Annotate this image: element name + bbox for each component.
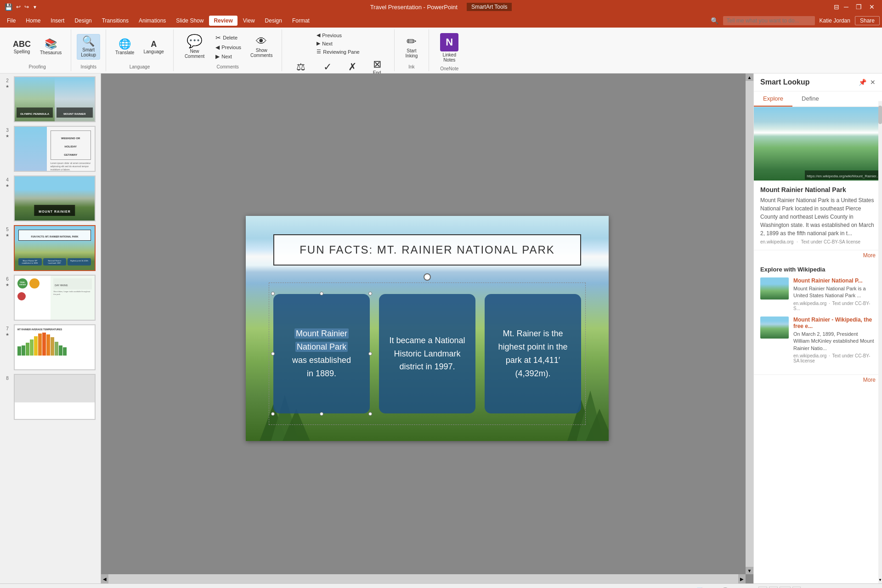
sl-wiki-item-source-1: en.wikipedia.org · Text under CC-BY-S... (793, 301, 876, 311)
thumb-img-6[interactable]: TRAILVISTAS DAY HIKING Short hikes, long… (14, 275, 96, 321)
sl-pin-icon[interactable]: 📌 (859, 79, 866, 86)
scroll-left-btn[interactable]: ◀ (101, 574, 108, 583)
menu-view[interactable]: View (238, 16, 260, 26)
menu-slideshow[interactable]: Slide Show (171, 16, 208, 26)
thumb-img-8[interactable] (14, 374, 96, 420)
sl-wiki-info-1: Mount Rainier National P... Mount Rainie… (793, 277, 876, 311)
sl-result-text: Mount Rainier National Park is a United … (760, 196, 876, 237)
rotate-handle[interactable] (424, 273, 431, 281)
vertical-scrollbar[interactable]: ▲ ▼ (746, 74, 753, 574)
handle-tm (320, 292, 323, 295)
translate-btn[interactable]: 🌐 Translate (112, 37, 138, 57)
menu-animations[interactable]: Animations (134, 16, 170, 26)
user-account[interactable]: Katie Jordan (820, 17, 850, 24)
sl-more-btn-1[interactable]: More (754, 250, 882, 260)
slide-panel[interactable]: 2 ★ OLYMPIC PENINSULA MOUNT RAINIER (0, 74, 101, 583)
next-comment-btn[interactable]: ▶ Next (212, 52, 245, 61)
handle-tr (368, 292, 372, 295)
content-area[interactable]: ▲ ▼ ◀ ▶ (101, 74, 753, 583)
smartart-container[interactable]: Mount Rainier National Park was establis… (273, 289, 581, 418)
thumb-img-4[interactable]: MOUNT RAINIER (14, 175, 96, 221)
sl-wiki-item-title-2[interactable]: Mount Rainier - Wikipedia, the free e... (793, 317, 876, 329)
sl-more-btn-2[interactable]: More (754, 375, 882, 385)
menu-design[interactable]: Design (70, 16, 96, 26)
slide-background: FUN FACTS: MT. RAINIER NATIONAL PARK (246, 216, 609, 441)
card-1[interactable]: Mount Rainier National Park was establis… (273, 294, 370, 413)
share-btn[interactable]: Share (855, 16, 880, 25)
card-3[interactable]: Mt. Rainer is the highest point in the p… (485, 294, 581, 413)
scroll-right-btn[interactable]: ▶ (738, 574, 746, 583)
menu-insert[interactable]: Insert (46, 16, 69, 26)
language-btn[interactable]: A Language (140, 38, 168, 56)
collapse-ribbon-btn[interactable]: ⊟ (834, 3, 839, 11)
sl-tab-explore[interactable]: Explore (754, 91, 792, 107)
linked-notes-btn[interactable]: N LinkedNotes (435, 31, 464, 64)
sl-wiki-item-2[interactable]: Mount Rainier - Wikipedia, the free e...… (760, 317, 876, 363)
menu-design2[interactable]: Design (260, 16, 287, 26)
menu-transitions[interactable]: Transitions (97, 16, 133, 26)
restore-btn[interactable]: ❐ (853, 3, 865, 11)
thumb-img-5[interactable]: FUN FACTS: MT. RAINIER NATIONAL PARK Mou… (14, 225, 96, 271)
sl-wiki-item-1[interactable]: Mount Rainier National P... Mount Rainie… (760, 277, 876, 311)
menu-format[interactable]: Format (288, 16, 314, 26)
slide-title-box[interactable]: FUN FACTS: MT. RAINIER NATIONAL PARK (273, 234, 581, 266)
scroll-down-btn[interactable]: ▼ (746, 567, 753, 574)
show-comments-btn[interactable]: 👁 ShowComments (247, 34, 276, 60)
smart-lookup-btn[interactable]: 🔍 SmartLookup (77, 34, 100, 60)
quick-access-save[interactable]: 💾 (5, 3, 12, 11)
sl-wiki-info-2: Mount Rainier - Wikipedia, the free e...… (793, 317, 876, 363)
sl-scroll-thumb[interactable] (878, 106, 882, 124)
horizontal-scrollbar[interactable]: ◀ ▶ (101, 574, 746, 583)
smart-lookup-panel: Smart Lookup 📌 ✕ Explore Define https://… (753, 74, 882, 583)
accept-icon: ✓ (323, 62, 332, 72)
card-1-line4: in 1889. (307, 369, 336, 378)
reviewing-pane-btn[interactable]: ☰ Reviewing Pane (313, 48, 363, 56)
thumb-img-7[interactable]: MT RAINIER AVERAGE TEMPERATURES (14, 324, 96, 370)
slide-thumb-5[interactable]: 5 ★ FUN FACTS: MT. RAINIER NATIONAL PARK… (2, 224, 99, 272)
handle-bm (320, 412, 323, 416)
slide-thumb-8[interactable]: 8 (2, 373, 99, 421)
new-comment-btn[interactable]: 💬 NewComment (179, 33, 210, 61)
slide-thumb-3[interactable]: 3 ★ WEEKEND ORHOLIDAYGETAWAY Lorem ipsum… (2, 125, 99, 173)
sl-scrollbar[interactable]: ▼ (878, 101, 882, 583)
menu-home[interactable]: Home (21, 16, 45, 26)
sl-content[interactable]: https://en.wikipedia.org/wiki/Mount_Rain… (754, 107, 882, 583)
ribbon-group-comments: 💬 NewComment ✂ Delete ◀ Previous ▶ Next … (174, 29, 283, 71)
menu-review[interactable]: Review (209, 16, 237, 26)
proofing-label: Proofing (29, 62, 46, 69)
card-2[interactable]: It became a National Historic Landmark d… (379, 294, 475, 413)
language-label: Language (130, 62, 150, 69)
quick-access-undo[interactable]: ↩ (16, 4, 21, 10)
slide-thumb-6[interactable]: 6 ★ TRAILVISTAS DAY HI (2, 274, 99, 322)
thesaurus-btn[interactable]: 📚 Thesaurus (36, 37, 65, 57)
scroll-up-btn[interactable]: ▲ (746, 74, 753, 81)
sl-wiki-item-title-1[interactable]: Mount Rainier National P... (793, 277, 876, 284)
handle-br (368, 412, 372, 416)
quick-access-more[interactable]: ▼ (33, 5, 37, 10)
menu-file[interactable]: File (2, 16, 20, 26)
start-inking-btn[interactable]: ✏ StartInking (400, 34, 424, 60)
search-input[interactable] (723, 16, 815, 25)
delete-icon: ✂ (215, 34, 221, 41)
slide-thumb-4[interactable]: 4 ★ MOUNT RAINIER (2, 175, 99, 222)
compare-previous-btn[interactable]: ◀ Previous (313, 31, 363, 39)
thumb-img-2[interactable]: OLYMPIC PENINSULA MOUNT RAINIER (14, 76, 96, 122)
sl-scroll-down[interactable]: ▼ (878, 576, 882, 583)
quick-access-redo[interactable]: ↪ (24, 4, 29, 10)
slide-canvas[interactable]: FUN FACTS: MT. RAINIER NATIONAL PARK (246, 216, 609, 441)
thumb-img-3[interactable]: WEEKEND ORHOLIDAYGETAWAY Lorem ipsum dol… (14, 126, 96, 172)
slide-thumb-2[interactable]: 2 ★ OLYMPIC PENINSULA MOUNT RAINIER (2, 75, 99, 123)
compare-next-btn[interactable]: ▶ Next (313, 40, 363, 47)
slide-thumb-7[interactable]: 7 ★ MT RAINIER AVERAGE TEMPERATURES (2, 323, 99, 371)
slide-num-3: 3 (6, 128, 9, 133)
menu-bar: File Home Insert Design Transitions Anim… (0, 14, 882, 28)
sl-close-btn[interactable]: ✕ (870, 79, 876, 86)
sl-tab-define[interactable]: Define (792, 91, 828, 107)
previous-comment-btn[interactable]: ◀ Previous (212, 43, 245, 51)
sl-main-image: https://en.wikipedia.org/wiki/Mount_Rain… (754, 107, 882, 181)
spelling-btn[interactable]: ABC Spelling (9, 38, 34, 56)
minimize-btn[interactable]: ─ (841, 3, 851, 11)
delete-comment-btn[interactable]: ✂ Delete (212, 33, 245, 42)
close-btn[interactable]: ✕ (866, 3, 877, 11)
handle-tl (271, 292, 275, 295)
